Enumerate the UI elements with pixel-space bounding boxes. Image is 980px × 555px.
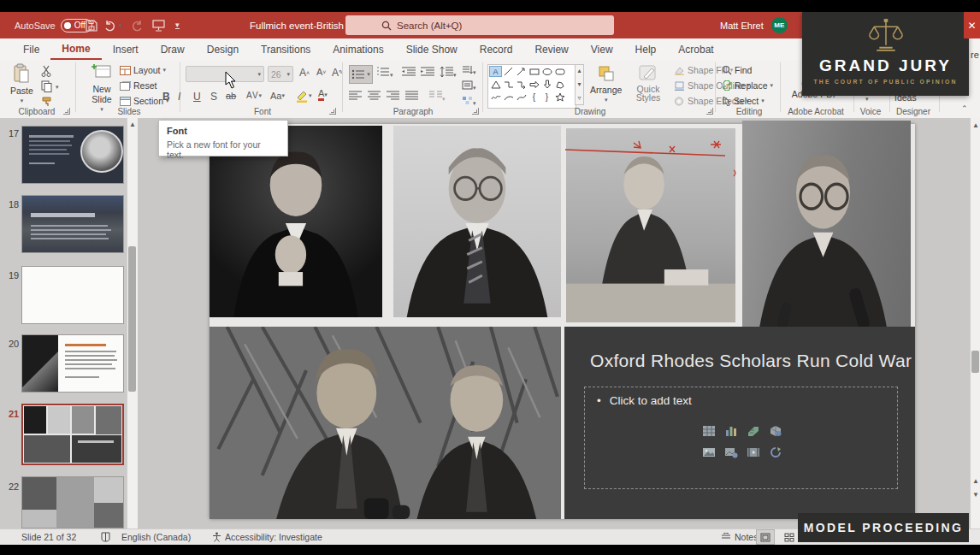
canvas-scrollbar[interactable]: ▲ ▲ ▼ xyxy=(970,118,980,528)
paste-button[interactable]: Paste ▾ xyxy=(10,63,33,104)
normal-view-button[interactable] xyxy=(756,529,775,545)
autosave-toggle[interactable]: AutoSave Off xyxy=(15,12,92,38)
insert-icon-icon[interactable] xyxy=(769,446,782,458)
arc-shape[interactable] xyxy=(502,92,515,103)
insert-table-icon[interactable] xyxy=(702,425,716,437)
tab-record[interactable]: Record xyxy=(469,38,524,60)
slide-sorter-view-button[interactable] xyxy=(780,529,799,545)
strikethrough-button[interactable]: ab xyxy=(226,91,236,101)
canvas-scroll-up-icon[interactable]: ▲ xyxy=(971,121,980,129)
portrait-photo-2[interactable] xyxy=(393,126,561,317)
slide-thumbnail-22[interactable] xyxy=(21,476,124,528)
rectangle-shape[interactable] xyxy=(528,66,540,77)
textbox-shape[interactable]: A xyxy=(489,66,502,77)
save-button[interactable] xyxy=(86,12,97,38)
layout-button[interactable]: Layout ▾ xyxy=(120,65,166,75)
tab-help[interactable]: Help xyxy=(624,38,668,60)
align-center-button[interactable] xyxy=(368,91,381,103)
slide-thumbnail-20[interactable] xyxy=(21,334,124,393)
triangle-shape[interactable] xyxy=(489,79,502,90)
elbow-connector-shape[interactable] xyxy=(502,79,515,90)
language-indicator[interactable]: English (Canada) xyxy=(121,529,191,545)
shadow-button[interactable]: S xyxy=(210,91,217,103)
canvas-scrollbar-thumb[interactable] xyxy=(971,351,979,373)
tab-file[interactable]: File xyxy=(12,38,50,60)
tab-design[interactable]: Design xyxy=(196,38,250,60)
slide-editing-area[interactable]: Oxford Rhodes Scholars Run Cold War • Cl… xyxy=(210,124,915,519)
scribble-shape[interactable] xyxy=(489,92,502,103)
align-left-button[interactable] xyxy=(349,91,362,103)
find-button[interactable]: Find xyxy=(722,65,752,75)
highlight-color-button[interactable]: ▾ xyxy=(295,89,312,103)
font-color-button[interactable]: A▾ xyxy=(318,89,328,101)
down-arrow-shape[interactable] xyxy=(540,79,553,90)
notes-button[interactable]: Notes xyxy=(721,529,758,545)
tab-home[interactable]: Home xyxy=(50,38,101,60)
slide-thumbnail-21-selected[interactable] xyxy=(21,404,124,465)
bullets-button[interactable]: ▾ xyxy=(349,65,373,84)
character-spacing-button[interactable]: AV▾ xyxy=(246,91,263,100)
slide-thumbnail-19[interactable] xyxy=(21,266,124,324)
tab-insert[interactable]: Insert xyxy=(102,38,150,60)
redo-button[interactable] xyxy=(130,12,143,38)
insert-smartart-icon[interactable] xyxy=(747,425,760,437)
insert-3d-model-icon[interactable] xyxy=(769,425,782,437)
right-brace-shape[interactable]: } xyxy=(540,92,553,103)
slide-thumbnail-18[interactable] xyxy=(21,195,124,253)
shapes-gallery-scroll[interactable]: ▴ ▾ ▿ xyxy=(575,64,584,105)
line-shape[interactable] xyxy=(502,66,515,77)
red-ink-annotation[interactable] xyxy=(558,131,755,182)
account-area[interactable]: Matt Ehret ME xyxy=(720,12,788,38)
slide-number-indicator[interactable]: Slide 21 of 32 xyxy=(21,529,76,545)
align-right-button[interactable] xyxy=(387,91,399,103)
curve-shape[interactable] xyxy=(515,92,528,103)
tab-slide-show[interactable]: Slide Show xyxy=(395,38,469,60)
underline-button[interactable]: U xyxy=(193,91,201,103)
quick-styles-button[interactable]: Quick Styles xyxy=(631,64,665,102)
accessibility-checker[interactable]: Accessibility: Investigate xyxy=(212,529,322,545)
thumbnail-scrollbar-thumb[interactable] xyxy=(128,246,136,392)
align-text-button[interactable]: ▾ xyxy=(462,80,476,92)
insert-chart-icon[interactable] xyxy=(724,425,738,437)
search-box[interactable]: Search (Alt+Q) xyxy=(345,15,614,35)
decrease-indent-button[interactable] xyxy=(402,67,416,79)
drawing-dialog-launcher[interactable] xyxy=(706,108,713,115)
elbow-arrow-connector-shape[interactable] xyxy=(515,79,528,90)
freeform-shape[interactable] xyxy=(553,79,566,90)
tab-acrobat[interactable]: Acrobat xyxy=(667,38,724,60)
justify-button[interactable] xyxy=(405,91,418,103)
next-slide-icon[interactable]: ▼ xyxy=(971,491,980,499)
insert-video-icon[interactable] xyxy=(747,446,760,458)
insert-stock-image-icon[interactable] xyxy=(724,446,738,458)
left-brace-shape[interactable]: { xyxy=(528,92,540,103)
arrange-button[interactable]: Arrange ▾ xyxy=(590,64,622,103)
insert-picture-icon[interactable] xyxy=(702,446,716,458)
increase-indent-button[interactable] xyxy=(421,67,434,79)
new-slide-button[interactable]: New Slide ▾ xyxy=(82,63,121,113)
clipboard-dialog-launcher[interactable] xyxy=(63,108,70,115)
grow-font-button[interactable]: A˄ xyxy=(299,67,310,79)
collapse-ribbon-button[interactable]: ⌃ xyxy=(961,104,968,113)
portrait-photo-4[interactable] xyxy=(742,121,911,329)
previous-slide-icon[interactable]: ▲ xyxy=(971,477,980,485)
tab-review[interactable]: Review xyxy=(523,38,579,60)
avatar[interactable]: ME xyxy=(771,17,788,33)
tab-view[interactable]: View xyxy=(580,38,624,60)
undo-button[interactable]: ▾ xyxy=(104,12,122,38)
shapes-gallery[interactable]: A { } xyxy=(487,64,576,109)
font-dialog-launcher[interactable] xyxy=(329,108,336,115)
arrow-line-shape[interactable] xyxy=(515,66,528,77)
quick-access-more-button[interactable]: ▾ xyxy=(175,12,180,38)
change-case-button[interactable]: Aa▾ xyxy=(270,91,285,101)
slide-title[interactable]: Oxford Rhodes Scholars Run Cold War xyxy=(590,351,912,371)
replace-button[interactable]: Replace▾ xyxy=(722,80,773,91)
text-direction-button[interactable]: ▾ xyxy=(462,65,476,76)
shrink-font-button[interactable]: A˅ xyxy=(316,67,326,77)
tab-draw[interactable]: Draw xyxy=(150,38,196,60)
convert-smartart-button[interactable]: ▾ xyxy=(462,96,476,107)
numbering-button[interactable]: ▾ xyxy=(376,67,393,79)
reset-button[interactable]: Reset xyxy=(120,80,156,91)
share-button-fragment[interactable]: re xyxy=(971,50,979,60)
section-button[interactable]: Section ▾ xyxy=(120,96,169,106)
line-spacing-button[interactable]: ▾ xyxy=(440,67,457,79)
